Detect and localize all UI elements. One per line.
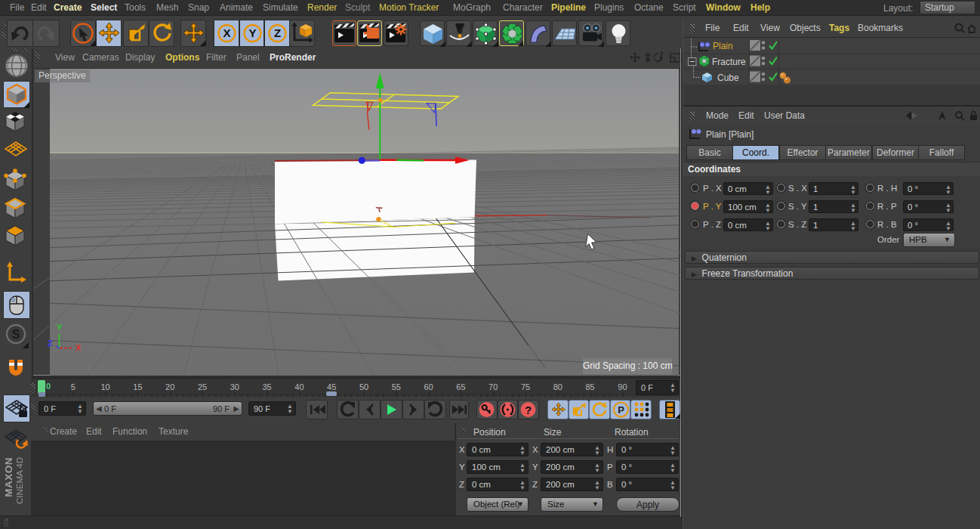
svg-text:Y: Y bbox=[57, 323, 63, 332]
svg-text:?: ? bbox=[525, 404, 532, 416]
svg-text:Y: Y bbox=[248, 26, 256, 39]
svg-text:Z: Z bbox=[274, 26, 281, 39]
svg-text:15: 15 bbox=[133, 382, 142, 391]
svg-text:P: P bbox=[618, 404, 624, 416]
svg-text:85: 85 bbox=[585, 382, 594, 391]
svg-text:X: X bbox=[76, 343, 82, 352]
svg-text:30: 30 bbox=[230, 382, 239, 391]
svg-text:90: 90 bbox=[618, 382, 627, 391]
svg-text:45: 45 bbox=[327, 382, 336, 391]
svg-text:70: 70 bbox=[488, 382, 498, 391]
svg-text:20: 20 bbox=[165, 382, 174, 391]
svg-text:25: 25 bbox=[198, 382, 207, 391]
svg-text:80: 80 bbox=[553, 382, 562, 391]
svg-text:S: S bbox=[12, 328, 20, 341]
svg-text:65: 65 bbox=[456, 382, 465, 391]
svg-text:Z: Z bbox=[48, 339, 53, 348]
svg-text:5: 5 bbox=[71, 382, 76, 391]
svg-text:55: 55 bbox=[392, 382, 401, 391]
svg-text:75: 75 bbox=[521, 382, 530, 391]
svg-text:X: X bbox=[223, 26, 230, 39]
svg-text:40: 40 bbox=[294, 382, 304, 391]
svg-text:60: 60 bbox=[424, 382, 433, 391]
svg-text:50: 50 bbox=[359, 382, 368, 391]
svg-text:35: 35 bbox=[262, 382, 271, 391]
svg-text:10: 10 bbox=[100, 382, 109, 391]
